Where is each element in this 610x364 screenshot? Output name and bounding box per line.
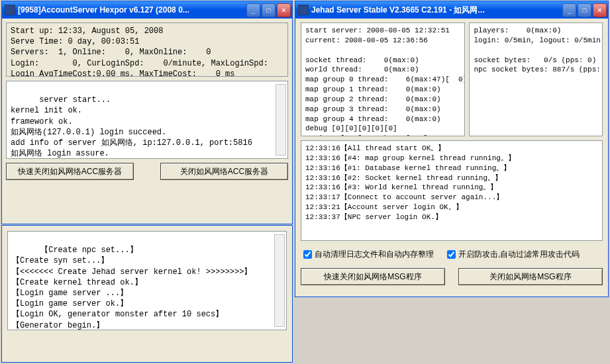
- stats-right-panel: players: 0(max:0) login: 0/5min, logout:…: [469, 23, 603, 136]
- stats-right-text: players: 0(max:0) login: 0/5min, logout:…: [474, 26, 603, 73]
- window-title: Jehad Server Stable V2.3665 C2.191 - 如风网…: [311, 5, 562, 16]
- stats-text: Start up: 12:33, August 05, 2008 Serve T…: [11, 26, 288, 77]
- account-server-window: [9958]AccountServer Hexpor v6.127 (2008 …: [1, 1, 293, 224]
- jehad-server-window: Jehad Server Stable V2.3665 C2.191 - 如风网…: [295, 1, 609, 297]
- log-text: 12:33:16【All thread start OK。】 12:33:16【…: [305, 144, 515, 221]
- window-title: [9958]AccountServer Hexpor v6.127 (2008 …: [18, 5, 246, 15]
- log-panel: 12:33:16【All thread start OK。】 12:33:16【…: [301, 140, 603, 241]
- titlebar[interactable]: Jehad Server Stable V2.3665 C2.191 - 如风网…: [295, 1, 608, 19]
- scrollbar[interactable]: [276, 84, 286, 156]
- titlebar[interactable]: [9958]AccountServer Hexpor v6.127 (2008 …: [2, 1, 292, 19]
- anti-attack-checkbox[interactable]: 开启防攻击,自动过滤常用攻击代码: [447, 249, 580, 260]
- minimize-button[interactable]: _: [246, 3, 260, 17]
- stats-left-text: start server: 2008-08-05 12:32:51 curren…: [305, 26, 465, 136]
- stats-panel: Start up: 12:33, August 05, 2008 Serve T…: [6, 23, 288, 77]
- minimize-button[interactable]: _: [562, 3, 576, 17]
- quick-close-acc-button[interactable]: 快速关闭如风网络ACC服务器: [6, 163, 134, 180]
- maximize-button[interactable]: □: [578, 3, 591, 17]
- scrollbar[interactable]: [274, 234, 285, 327]
- log-text: server start... kernel init ok. framewor…: [11, 95, 252, 158]
- auto-clean-checkbox[interactable]: 自动清理日志文件和自动内存整理: [303, 249, 434, 260]
- log-panel: server start... kernel init ok. framewor…: [6, 81, 288, 159]
- close-msg-button[interactable]: 关闭如风网络MSG程序: [458, 268, 603, 285]
- close-acc-button[interactable]: 关闭如风网络ACC服务器: [160, 163, 288, 180]
- log-panel: 【Create npc set...】 【Create syn set...】 …: [7, 231, 287, 330]
- checkbox-input[interactable]: [303, 250, 312, 259]
- app-icon: [5, 5, 15, 15]
- stats-left-panel: start server: 2008-08-05 12:32:51 curren…: [301, 23, 465, 136]
- quick-close-msg-button[interactable]: 快速关闭如风网络MSG程序: [301, 268, 445, 285]
- checkbox-label: 开启防攻击,自动过滤常用攻击代码: [458, 249, 580, 260]
- checkbox-input[interactable]: [447, 250, 456, 259]
- checkbox-label: 自动清理日志文件和自动内存整理: [315, 249, 434, 260]
- npc-server-window: 【Create npc set...】 【Create syn set...】 …: [1, 225, 293, 363]
- close-button[interactable]: ×: [593, 3, 607, 17]
- close-button[interactable]: ×: [277, 3, 291, 17]
- log-text: 【Create npc set...】 【Create syn set...】 …: [12, 246, 252, 330]
- maximize-button[interactable]: □: [262, 3, 276, 17]
- app-icon: [298, 5, 309, 15]
